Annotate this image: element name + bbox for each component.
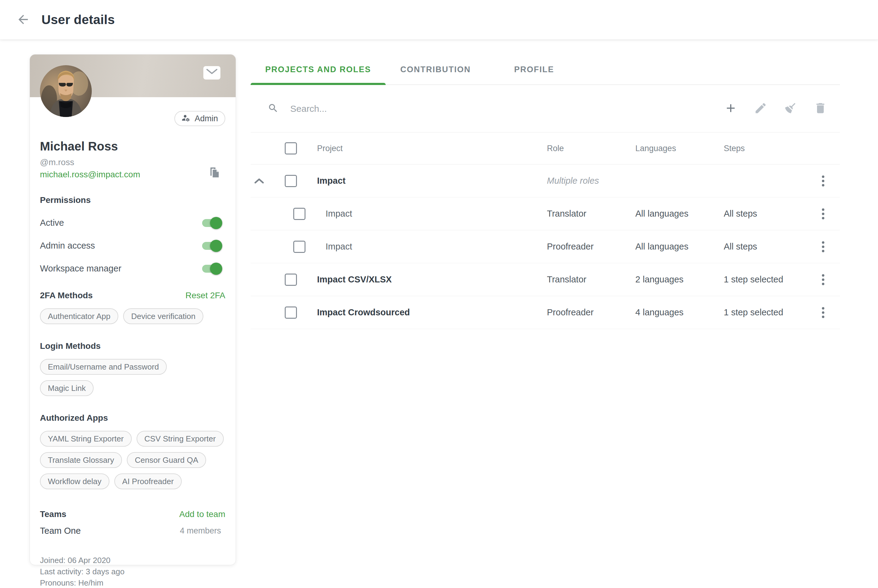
arrow-back-icon (16, 12, 30, 27)
top-bar: User details (0, 0, 878, 40)
column-project: Project (302, 144, 547, 153)
role-value: Translator (547, 274, 635, 285)
team-name: Team One (40, 526, 81, 536)
user-email-link[interactable]: michael.ross@impact.com (40, 170, 140, 180)
user-meta-block: Joined: 06 Apr 2020 Last activity: 3 day… (40, 555, 225, 588)
role-value: Multiple roles (547, 176, 635, 186)
project-name: Impact CSV/XLSX (302, 274, 547, 285)
table-header: Project Role Languages Steps (251, 132, 840, 165)
admin-badge: Admin (174, 111, 225, 126)
table-toolbar (251, 85, 840, 132)
clear-roles-button[interactable] (783, 102, 798, 116)
delete-button[interactable] (813, 102, 828, 116)
app-chip: YAML String Exporter (40, 431, 132, 447)
copy-email-button[interactable] (209, 166, 220, 180)
team-members-count: 4 members (180, 526, 221, 536)
send-message-button[interactable] (203, 66, 220, 80)
steps-value: All steps (724, 209, 806, 219)
project-name: Impact Crowdsourced (302, 308, 547, 318)
toggle-row-admin-access: Admin access (40, 241, 225, 251)
column-languages: Languages (635, 144, 724, 153)
search-icon (268, 103, 279, 115)
envelope-icon (206, 69, 218, 77)
login-method-chip: Email/Username and Password (40, 359, 167, 375)
table-row[interactable]: Impact CSV/XLSX Translator 2 languages 1… (251, 263, 840, 296)
admin-access-toggle[interactable] (202, 242, 222, 250)
tab-profile[interactable]: PROFILE (486, 55, 583, 84)
row-checkbox[interactable] (285, 274, 297, 286)
login-method-chip: Magic Link (40, 380, 93, 396)
row-menu-button[interactable] (816, 207, 830, 221)
admin-user-gear-icon (182, 113, 191, 124)
app-chip: AI Proofreader (114, 474, 182, 489)
project-name: Impact (302, 242, 547, 252)
teams-title: Teams (40, 509, 66, 519)
twofa-title: 2FA Methods (40, 291, 93, 300)
collapse-chevron-icon[interactable] (251, 172, 268, 189)
avatar (40, 65, 92, 117)
edit-button[interactable] (753, 102, 768, 116)
profile-card: Admin Michael Ross @m.ross michael.ross@… (30, 54, 236, 565)
steps-value: All steps (724, 242, 806, 252)
meta-joined: Joined: 06 Apr 2020 (40, 555, 225, 566)
languages-value: 2 languages (635, 274, 724, 285)
add-button[interactable] (723, 102, 738, 116)
project-name: Impact (302, 209, 547, 219)
authorized-apps-title: Authorized Apps (40, 413, 108, 423)
app-chip: Workflow delay (40, 474, 110, 489)
tab-bar: PROJECTS AND ROLES CONTRIBUTION PROFILE (251, 55, 840, 85)
user-handle: @m.ross (40, 158, 225, 167)
tab-projects-and-roles[interactable]: PROJECTS AND ROLES (251, 55, 386, 84)
role-value: Translator (547, 209, 635, 219)
column-steps: Steps (724, 144, 806, 153)
toggle-label: Admin access (40, 241, 95, 251)
user-name: Michael Ross (40, 140, 225, 153)
app-chip: Censor Guard QA (127, 452, 206, 468)
copy-icon (209, 175, 220, 180)
twofa-chip: Device verification (123, 308, 203, 324)
table-row[interactable]: Impact Crowdsourced Proofreader 4 langua… (251, 296, 840, 329)
toggle-label: Active (40, 218, 64, 228)
row-menu-button[interactable] (816, 272, 830, 287)
workspace-manager-toggle[interactable] (202, 265, 222, 273)
role-value: Proofreader (547, 308, 635, 318)
toggle-label: Workspace manager (40, 264, 121, 274)
row-menu-button[interactable] (816, 240, 830, 254)
toggle-row-active: Active (40, 218, 225, 228)
main-panel: PROJECTS AND ROLES CONTRIBUTION PROFILE (251, 55, 840, 329)
row-checkbox[interactable] (285, 306, 297, 319)
steps-value: 1 step selected (724, 308, 806, 318)
pencil-icon (754, 102, 767, 116)
reset-2fa-link[interactable]: Reset 2FA (185, 291, 225, 300)
login-method-chips: Email/Username and Password Magic Link (40, 359, 225, 396)
row-menu-button[interactable] (816, 174, 830, 188)
languages-value: 4 languages (635, 308, 724, 318)
table-row[interactable]: Impact Multiple roles (251, 165, 840, 197)
broom-icon (784, 102, 797, 116)
row-checkbox[interactable] (285, 175, 297, 187)
twofa-chip: Authenticator App (40, 308, 118, 324)
active-toggle[interactable] (202, 219, 222, 227)
tab-contribution[interactable]: CONTRIBUTION (386, 55, 486, 84)
table-row[interactable]: Impact Translator All languages All step… (251, 197, 840, 230)
table-row[interactable]: Impact Proofreader All languages All ste… (251, 230, 840, 263)
twofa-chips: Authenticator App Device verification (40, 308, 225, 324)
page-title: User details (41, 12, 115, 27)
user-details-screen: User details (0, 0, 878, 588)
search-input[interactable] (290, 103, 626, 114)
steps-value: 1 step selected (724, 274, 806, 285)
select-all-checkbox[interactable] (285, 142, 297, 154)
column-role: Role (547, 144, 635, 153)
admin-badge-label: Admin (194, 114, 218, 123)
back-button[interactable] (15, 11, 32, 28)
project-name: Impact (302, 176, 547, 186)
login-methods-title: Login Methods (40, 341, 101, 351)
profile-card-body: Admin Michael Ross @m.ross michael.ross@… (30, 111, 236, 588)
plus-icon (724, 102, 737, 116)
authorized-app-chips: YAML String Exporter CSV String Exporter… (40, 431, 225, 489)
team-row[interactable]: Team One 4 members (40, 526, 225, 536)
app-chip: Translate Glossary (40, 452, 122, 468)
row-menu-button[interactable] (816, 305, 830, 320)
add-to-team-link[interactable]: Add to team (179, 509, 225, 519)
toggle-row-workspace-manager: Workspace manager (40, 264, 225, 274)
